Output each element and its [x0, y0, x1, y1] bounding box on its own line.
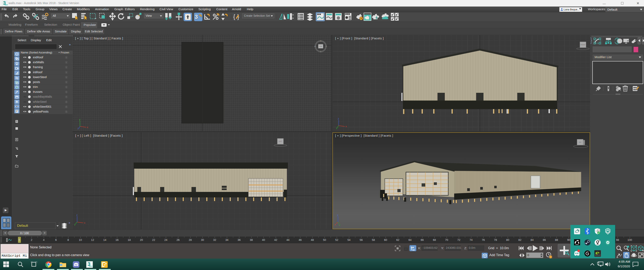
svg-text:z: z — [338, 117, 339, 120]
svg-text:E: E — [326, 45, 327, 47]
svg-text:y: y — [74, 223, 76, 226]
svg-text:S: S — [320, 51, 321, 53]
svg-text:{: { — [233, 13, 235, 20]
svg-text:FRONT: FRONT — [580, 44, 586, 46]
svg-text:W: W — [314, 45, 316, 47]
svg-text:ISO: ISO — [579, 142, 582, 143]
svg-text:y: y — [336, 127, 337, 129]
svg-text:z: z — [337, 214, 338, 217]
svg-text:x: x — [334, 223, 336, 226]
svg-text:y: y — [339, 223, 340, 226]
svg-text:LEFT: LEFT — [278, 141, 282, 142]
svg-text:x: x — [346, 125, 347, 128]
svg-text:N: N — [320, 40, 322, 42]
svg-text:x: x — [87, 126, 88, 129]
svg-text:y: y — [79, 118, 80, 121]
svg-text:z: z — [78, 127, 79, 129]
svg-text:TOP: TOP — [319, 46, 322, 47]
svg-text:z: z — [76, 214, 78, 217]
svg-text:x: x — [84, 221, 85, 224]
